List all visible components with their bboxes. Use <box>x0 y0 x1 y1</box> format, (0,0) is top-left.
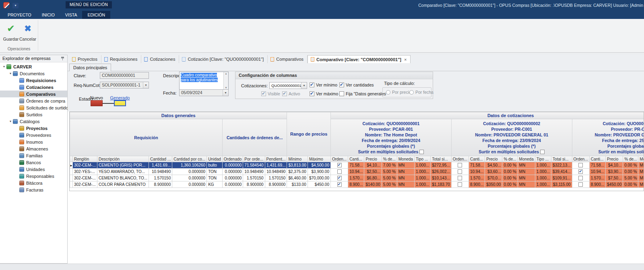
column-header-maximo[interactable]: Máximo <box>308 156 330 162</box>
cot1-porcentaje-cell[interactable]: 5.00 % <box>382 169 397 175</box>
cot1-cantidad-cell[interactable]: 71.58... <box>348 162 364 169</box>
cot3-porcentaje-cell[interactable]: 0.00 % <box>623 181 638 188</box>
cot3-porcentaje-cell[interactable]: 0.00 % <box>623 162 638 169</box>
cell-ordenado[interactable]: 0.000000 <box>222 169 243 175</box>
cot3-orden-cell[interactable] <box>572 181 589 188</box>
orden-checkbox[interactable] <box>458 163 462 167</box>
cell-ordenado[interactable]: 0.000000 <box>222 162 243 169</box>
cell-descripcion[interactable]: YESO AMARRADO, TO... <box>97 169 149 175</box>
cot3-moneda-cell[interactable]: MN <box>638 175 644 181</box>
ver-maximo-checkbox[interactable]: Ver máximo <box>310 91 338 96</box>
ribbon-tab-vista[interactable]: VISTA <box>60 11 83 19</box>
cot2-orden-cell[interactable] <box>451 181 469 188</box>
cot1-porcentaje-cell[interactable]: 5.00 % <box>382 175 397 181</box>
orden-checkbox[interactable] <box>337 176 342 180</box>
cell-maximo[interactable]: $450.00 <box>308 181 330 188</box>
cell-renglon[interactable]: 302-CEM-... <box>73 181 97 188</box>
cell-por-ordenar[interactable]: 10.948490 <box>243 169 265 175</box>
cell-renglon[interactable]: 302-YES-... <box>73 169 97 175</box>
column-header-por-orde[interactable]: Por orde... <box>243 156 265 162</box>
cot2-tipo-cambio-cell[interactable]: 1.000... <box>535 169 551 175</box>
column-header-renglon[interactable]: Renglón <box>73 156 97 162</box>
cot3-column-header-de[interactable]: % de... <box>623 156 638 162</box>
estado-generado-label[interactable]: Generado <box>109 95 130 100</box>
chevron-down-icon[interactable]: ▾ <box>223 90 228 96</box>
cot1-total-cell[interactable]: $1,183.70 <box>431 181 452 188</box>
cot2-cantidad-cell[interactable]: 71.58... <box>469 162 485 169</box>
cot3-porcentaje-cell[interactable]: 5.00 % <box>623 175 638 181</box>
por-precio-radio[interactable]: Por precio <box>386 90 411 95</box>
cancelar-button[interactable]: ✖ Cancelar <box>19 21 36 47</box>
cot1-cantidad-cell[interactable]: 1.570... <box>348 175 364 181</box>
por-fecha-radio[interactable]: Por fecha <box>409 90 433 95</box>
sidebar-item-surtidos[interactable]: Surtidos <box>0 111 67 118</box>
cot2-total-cell[interactable]: $322,13... <box>551 162 572 169</box>
orden-checkbox[interactable] <box>458 176 462 180</box>
sidebar-item-proveedores[interactable]: Proveedores <box>0 132 67 138</box>
cot3-orden-cell[interactable] <box>572 162 589 169</box>
sidebar-item-responsables[interactable]: Responsables <box>0 173 67 179</box>
sidebar-item-cotizaciones[interactable]: Cotizaciones <box>0 84 67 91</box>
cot2-porcentaje-cell[interactable]: 0.00 % <box>502 169 518 175</box>
sidebar-item-almacenes[interactable]: Almacenes <box>0 145 67 152</box>
cot1-moneda-cell[interactable]: MN <box>397 181 414 188</box>
column-header-pendient[interactable]: Pendient... <box>265 156 287 162</box>
cot2-tipo-cambio-cell[interactable]: 1.000... <box>535 181 551 188</box>
sidebar-item-bitacora[interactable]: Bitácora <box>0 179 67 186</box>
cot1-moneda-cell[interactable]: MN <box>397 175 414 181</box>
cell-cantidad[interactable]: 10.948490 <box>149 169 172 175</box>
cot1-porcentaje-cell[interactable]: 7.00 % <box>382 162 397 169</box>
cell-descripcion[interactable]: CEMENTO (GRIS) POR... <box>97 162 149 169</box>
scroll-up-icon[interactable]: ▴ <box>224 72 228 75</box>
cell-descripcion[interactable]: CEMENTO BLANCO, TO... <box>97 175 149 181</box>
pin-icon[interactable] <box>61 57 64 61</box>
column-header-cantidad-por-co[interactable]: Cantidad por co... <box>172 156 207 162</box>
tab-datos-principales[interactable]: Datos principales <box>69 64 111 71</box>
cot3-moneda-cell[interactable]: MN <box>638 162 644 169</box>
cot3-cantidad-cell[interactable]: 10.94... <box>589 169 605 175</box>
doc-tab-comparativo-clave-com000000000[interactable]: Comparativo [Clave: "COM0000000001"]× <box>308 55 411 63</box>
cot2-cantidad-cell[interactable]: 8.900... <box>469 181 485 188</box>
cell-por-ordenar[interactable]: 1.570150 <box>243 175 265 181</box>
cot1-total-cell[interactable]: $26,002... <box>431 169 452 175</box>
cell-descripcion[interactable]: COLOR PARA CEMENTO <box>97 181 149 188</box>
ribbon-tab-edicion[interactable]: EDICIÓN <box>82 11 110 19</box>
cell-cantidad-por-cotizar[interactable]: 0.000000 <box>172 169 207 175</box>
cell-maximo[interactable]: $4,500.00 <box>308 162 330 169</box>
cell-renglon[interactable]: 302-CEM-... <box>73 162 97 169</box>
cot3-precio-cell[interactable]: $4,10... <box>606 162 623 169</box>
descripcion-textarea[interactable]: Cuadro comparativo para los aglutinantes… <box>179 72 229 90</box>
orden-checkbox[interactable] <box>578 163 583 167</box>
scroll-down-icon[interactable]: ▾ <box>224 86 228 89</box>
guardar-button[interactable]: ✔ Guardar <box>2 21 19 47</box>
cot2-column-header-moneda[interactable]: Moneda <box>518 156 535 162</box>
cot3-orden-cell[interactable] <box>572 175 589 181</box>
cot2-column-header-tipo[interactable]: Tipo ... <box>535 156 551 162</box>
column-header-minimo[interactable]: Mínimo <box>287 156 308 162</box>
sidebar-item-familias[interactable]: Familias <box>0 152 67 159</box>
cot1-tipo-cambio-cell[interactable]: 1.000... <box>414 169 430 175</box>
menu-edicion-context-tab[interactable]: MENÚ DE EDICIÓN <box>66 1 112 8</box>
cell-por-ordenar[interactable]: 71.584540 <box>243 162 265 169</box>
textarea-scrollbar[interactable]: ▴ ▾ <box>223 72 228 89</box>
cot1-tipo-cambio-cell[interactable]: 1.000... <box>414 162 430 169</box>
cot2-porcentaje-cell[interactable]: 0.00 % <box>502 181 518 188</box>
cot1-precio-cell[interactable]: $4,10... <box>364 162 382 169</box>
cot2-moneda-cell[interactable]: MN <box>518 175 535 181</box>
cot1-precio-cell[interactable]: $6,80... <box>364 175 382 181</box>
cell-maximo[interactable]: $3,900.00 <box>308 169 330 175</box>
cell-unidad[interactable]: bulto <box>207 162 223 169</box>
cot3-moneda-cell[interactable]: MN <box>638 181 644 188</box>
cot2-cantidad-cell[interactable]: 10.94... <box>469 169 485 175</box>
expand-caret-icon[interactable]: ▾ <box>8 120 13 123</box>
cot1-tipo-cambio-cell[interactable]: 1.000... <box>414 181 430 188</box>
doc-tab-requisiciones[interactable]: Requisiciones <box>101 55 141 63</box>
cell-minimo[interactable]: $133.00 <box>287 181 308 188</box>
doc-tab-cotizaciones[interactable]: Cotizaciones <box>141 55 179 63</box>
cot2-moneda-cell[interactable]: MN <box>518 169 535 175</box>
cell-cantidad-por-cotizar[interactable]: 0.000000 <box>172 175 207 181</box>
cot3-orden-cell[interactable] <box>572 169 589 175</box>
cell-pendiente[interactable]: 8.900000 <box>265 181 287 188</box>
cot1-orden-cell[interactable] <box>330 169 348 175</box>
cot1-moneda-cell[interactable]: MN <box>397 162 414 169</box>
